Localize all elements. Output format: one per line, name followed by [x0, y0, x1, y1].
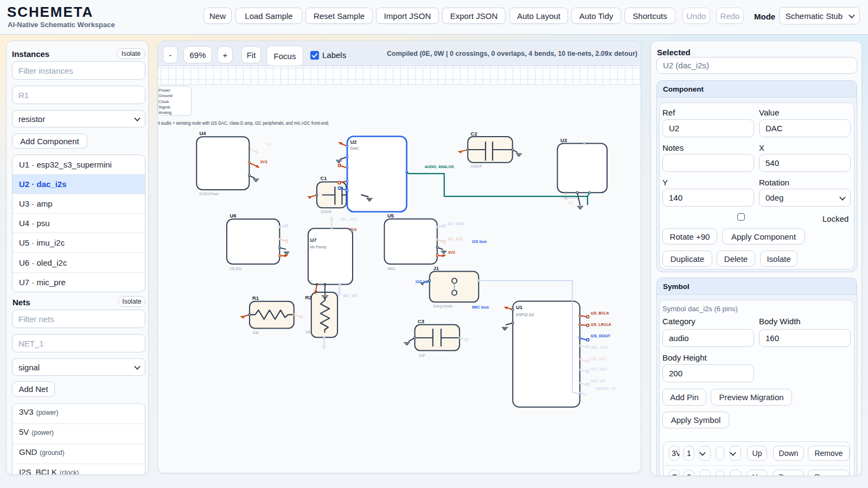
svg-text:I2S_DOUT: I2S_DOUT [591, 333, 610, 338]
svg-text:MIC bus: MIC bus [472, 305, 489, 310]
svg-text:U6: U6 [230, 213, 237, 219]
svg-text:Clock: Clock [159, 99, 169, 104]
svg-text:Analog: Analog [159, 110, 172, 115]
svg-text:10k: 10k [252, 330, 259, 335]
svg-text:I2S_LRCLK: I2S_LRCLK [591, 322, 611, 327]
svg-text:J1: J1 [433, 265, 439, 271]
svg-text:1uF: 1uF [419, 353, 426, 358]
svg-text:OLED: OLED [230, 266, 242, 271]
svg-text:R1: R1 [252, 295, 259, 301]
svg-text:U2: U2 [350, 139, 357, 145]
svg-text:I2C_SCL: I2C_SCL [448, 236, 463, 241]
svg-text:5V: 5V [267, 142, 272, 147]
svg-text:Signal: Signal [159, 105, 170, 110]
svg-text:C3: C3 [418, 318, 424, 324]
svg-text:100nF: 100nF [321, 209, 333, 214]
svg-text:DEBUG_TX: DEBUG_TX [596, 386, 616, 391]
svg-text:I2C_SDA: I2C_SDA [448, 221, 464, 226]
svg-text:U5: U5 [387, 213, 394, 219]
svg-text:I2S_BCLK: I2S_BCLK [591, 311, 609, 316]
svg-text:MIC_ADC: MIC_ADC [341, 217, 358, 222]
svg-text:Mic Preamp: Mic Preamp [310, 245, 327, 249]
svg-text:Debug Header: Debug Header [433, 304, 453, 309]
svg-text:MIC_EN: MIC_EN [343, 293, 357, 298]
svg-text:DAC: DAC [350, 146, 360, 151]
svg-text:U7: U7 [310, 237, 317, 243]
svg-text:rt audio + sensing node with I: rt audio + sensing node with I2S DAC, cl… [158, 120, 329, 126]
svg-text:Ground: Ground [159, 93, 173, 98]
svg-text:5V/3V3 Power: 5V/3V3 Power [200, 191, 219, 196]
svg-text:3V3: 3V3 [260, 159, 267, 164]
svg-text:MIC_ADC: MIC_ADC [591, 345, 608, 350]
svg-text:5V: 5V [569, 201, 573, 206]
svg-text:IMU: IMU [387, 266, 395, 271]
svg-text:I2S bus: I2S bus [472, 239, 487, 244]
svg-text:AUDIO_ANALOG: AUDIO_ANALOG [425, 164, 454, 169]
svg-text:U1: U1 [516, 304, 523, 310]
svg-text:3V3: 3V3 [448, 250, 455, 255]
svg-text:I2C_SDA: I2C_SDA [591, 367, 607, 371]
svg-text:C1: C1 [321, 175, 328, 181]
svg-text:U4: U4 [200, 130, 207, 136]
svg-text:U3: U3 [560, 137, 567, 143]
svg-text:ESP32-S3: ESP32-S3 [516, 312, 534, 317]
svg-text:C2: C2 [471, 131, 477, 137]
svg-text:Power: Power [159, 88, 171, 93]
svg-text:I2C_SCL: I2C_SCL [591, 356, 607, 361]
svg-text:R2: R2 [305, 294, 312, 300]
svg-text:I2C bus: I2C bus [416, 279, 431, 284]
svg-text:10k: 10k [305, 330, 312, 335]
svg-text:MIC_EN: MIC_EN [591, 378, 605, 383]
svg-text:100nF: 100nF [471, 164, 483, 169]
